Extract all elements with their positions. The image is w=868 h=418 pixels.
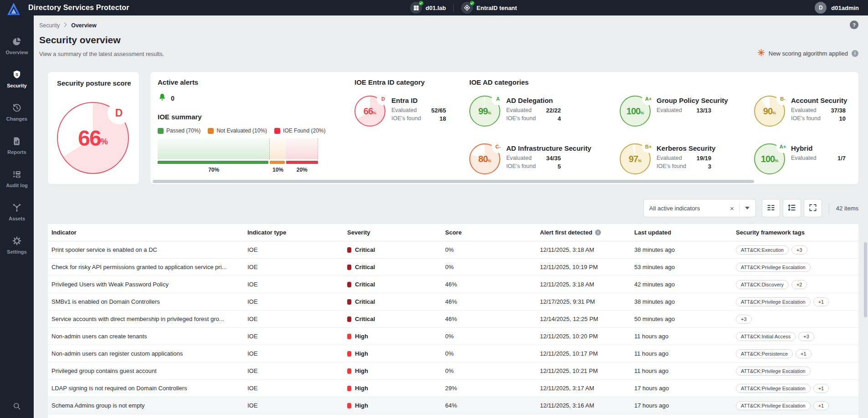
sidebar-item-label: Reports — [7, 149, 26, 155]
column-view-button[interactable] — [762, 199, 780, 217]
posture-score: 66 — [78, 126, 100, 151]
sidebar-item-security[interactable]: SSecurity — [0, 70, 34, 88]
cell-severity: Critical — [344, 264, 442, 270]
info-icon[interactable]: i — [852, 50, 858, 57]
cell-indicator-type: IOE — [244, 316, 344, 322]
table-row[interactable]: Check for risky API permissions granted … — [48, 259, 858, 276]
category-text: HybridEvaluated1/7 — [791, 143, 846, 162]
divider — [453, 4, 454, 12]
framework-tag: ATT&CK:Discovery — [736, 280, 789, 289]
table-row[interactable]: SMBv1 is enabled on Domain ControllersIO… — [48, 293, 858, 311]
search-button[interactable] — [0, 402, 34, 413]
gauge-unit: % — [640, 111, 644, 115]
table-row[interactable]: Privileged group contains guest accountI… — [48, 362, 858, 380]
sidebar-item-settings[interactable]: Settings — [0, 236, 34, 255]
clear-icon[interactable]: × — [728, 204, 736, 212]
cell-first-detected: 12/11/2025, 10:20 PM — [536, 333, 631, 340]
severity-label: High — [355, 402, 368, 409]
category-entra-id[interactable]: 66%DEntra IDEvaluated52/65IOE's found18 — [354, 96, 446, 127]
table-header: IndicatorIndicator typeSeverityScoreAler… — [48, 224, 858, 241]
grade-badge: D — [378, 93, 389, 104]
cell-severity: Critical — [344, 281, 442, 288]
cell-indicator-type: IOE — [244, 350, 344, 357]
category-text: Account SecurityEvaluated37/38IOE's foun… — [791, 96, 847, 122]
sidebar-item-assets[interactable]: Assets — [0, 203, 34, 221]
category-name: Kerberos Security — [657, 144, 715, 152]
fullscreen-button[interactable] — [804, 199, 822, 217]
stat-value: 22/22 — [543, 107, 561, 114]
cell-indicator-type: IOE — [244, 385, 344, 392]
sidebar-item-reports[interactable]: Reports — [0, 136, 34, 155]
column-alert-first-detected[interactable]: Alert first detectedi — [536, 229, 631, 236]
category-ad-delegation[interactable]: 99%AAD DelegationEvaluated22/22IOE's fou… — [469, 96, 620, 143]
category-group-policy-security[interactable]: 100%A+Group Policy SecurityEvaluated13/1… — [620, 96, 754, 143]
cell-framework-tags: ATT&CK:Initial Access+3 — [732, 332, 858, 341]
gauge-score: 66 — [364, 106, 373, 117]
summary-segment-label: 70% — [158, 167, 270, 173]
framework-tag: +1 — [813, 401, 829, 410]
gauge-unit: % — [775, 158, 778, 163]
row-height-button[interactable] — [783, 199, 801, 217]
category-name: Group Policy Security — [657, 97, 728, 104]
category-account-security[interactable]: 90%B-Account SecurityEvaluated37/38IOE's… — [754, 96, 868, 143]
framework-tag: +3 — [791, 245, 807, 255]
column-last-updated[interactable]: Last updated — [631, 229, 732, 236]
sidebar-item-overview[interactable]: Overview — [0, 36, 34, 55]
environment-group: d01.labEntraID tenant — [410, 0, 517, 15]
sidebar-item-changes[interactable]: Changes — [0, 103, 34, 122]
table-row[interactable]: Schema Admins group is not emptyIOEHigh6… — [48, 397, 858, 414]
table-row[interactable]: Print spooler service is enabled on a DC… — [48, 241, 858, 259]
indicator-filter-select[interactable]: All active indicators × — [643, 199, 756, 217]
summary-area-segment — [286, 138, 318, 159]
table-row[interactable]: Privileged Users with Weak Password Poli… — [48, 276, 858, 293]
score-gauge: 80%C- — [469, 143, 500, 174]
user-menu[interactable]: D d01admin — [815, 0, 859, 15]
environment-d01-lab[interactable]: d01.lab — [410, 2, 446, 14]
breadcrumb-security[interactable]: Security — [39, 22, 60, 29]
stat-label: IOE's found — [506, 163, 543, 170]
legend-swatch — [158, 128, 164, 134]
category-hybrid[interactable]: 100%A+HybridEvaluated1/7 — [754, 143, 868, 191]
cell-indicator-type: IOE — [244, 264, 344, 270]
stat-value: 5 — [543, 163, 561, 170]
horizontal-scrollbar[interactable] — [153, 180, 754, 183]
column-indicator-type[interactable]: Indicator type — [244, 229, 344, 236]
cell-severity: High — [344, 367, 442, 374]
stat-value: 37/38 — [827, 107, 846, 114]
pie-chart-icon — [12, 36, 22, 46]
cell-indicator: Check for risky API permissions granted … — [48, 264, 244, 270]
table-row[interactable]: Non-admin users can register custom appl… — [48, 345, 858, 362]
table-row[interactable]: Service accounts with direct membership … — [48, 311, 858, 328]
info-icon[interactable]: i — [595, 229, 601, 235]
sidebar-item-label: Assets — [9, 216, 25, 221]
cell-severity: Critical — [344, 298, 442, 305]
severity-label: High — [355, 385, 368, 392]
severity-label: High — [355, 367, 368, 374]
vertical-scrollbar[interactable] — [864, 242, 867, 317]
column-severity[interactable]: Severity — [344, 229, 442, 236]
column-label: Last updated — [634, 229, 671, 236]
table-row[interactable]: Non-admin users can create tenantsIOEHig… — [48, 328, 858, 345]
framework-tag: ATT&CK:Privilege Escalation — [736, 263, 811, 272]
column-security-framework-tags[interactable]: Security framework tags — [732, 229, 858, 236]
column-indicator[interactable]: Indicator — [48, 229, 244, 236]
posture-score-unit: % — [101, 137, 108, 147]
chevron-down-icon[interactable] — [745, 207, 750, 209]
gauge-unit: % — [772, 111, 776, 115]
column-score[interactable]: Score — [442, 229, 536, 236]
cell-first-detected: 12/11/2025, 3:18 AM — [536, 246, 631, 253]
severity-label: Critical — [355, 281, 375, 288]
column-label: Severity — [347, 229, 370, 236]
help-button[interactable]: ? — [850, 20, 858, 29]
cell-severity: High — [344, 385, 442, 392]
cell-indicator-type: IOE — [244, 367, 344, 374]
sidebar-item-audit-log[interactable]: Audit log — [0, 169, 34, 188]
environment-entraid-tenant[interactable]: EntraID tenant — [461, 2, 517, 14]
category-ad-infrastructure-security[interactable]: 80%C-AD Infrastructure SecurityEvaluated… — [469, 143, 620, 191]
cell-indicator-type: IOE — [244, 298, 344, 305]
table-row[interactable]: LDAP signing is not required on Domain C… — [48, 380, 858, 397]
cell-first-detected: 12/11/2025, 3:16 AM — [536, 402, 631, 409]
category-kerberos-security[interactable]: 97%B+Kerberos SecurityEvaluated19/19IOE'… — [620, 143, 754, 191]
filter-value: All active indicators — [649, 205, 724, 212]
cell-indicator: Schema Admins group is not empty — [48, 402, 244, 409]
